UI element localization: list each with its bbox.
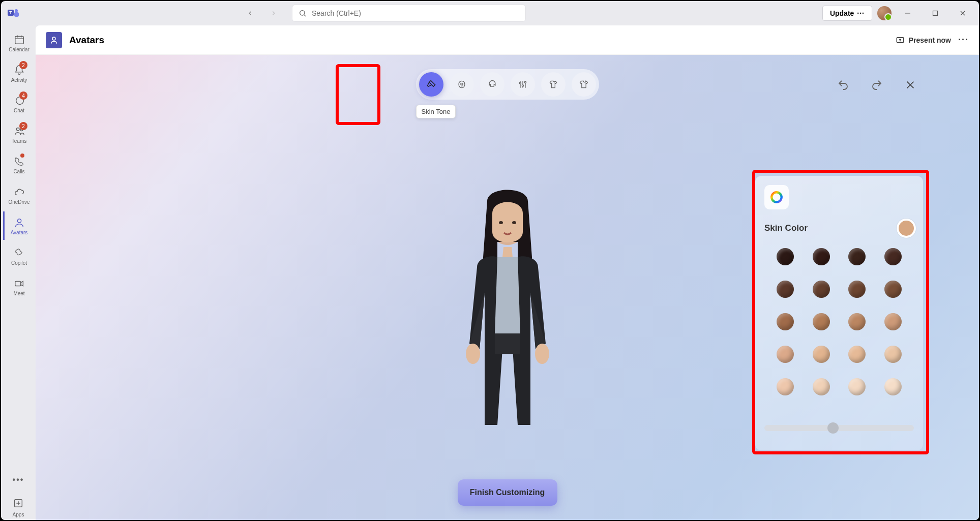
app-rail: Calendar 2 Activity 4 Chat 2 Teams Calls <box>1 25 36 520</box>
skin-color-panel: Skin Color <box>755 176 923 450</box>
skin-swatch[interactable] <box>813 281 830 298</box>
svg-point-21 <box>52 37 55 40</box>
skin-swatch[interactable] <box>848 281 866 298</box>
rail-apps[interactable]: Apps <box>3 495 34 520</box>
jacket-icon <box>548 79 558 89</box>
rail-meet[interactable]: Meet <box>3 272 34 301</box>
skin-swatch[interactable] <box>884 346 902 363</box>
window-minimize-button[interactable] <box>897 5 919 21</box>
redo-icon <box>871 79 883 91</box>
slider-thumb[interactable] <box>827 422 839 434</box>
skin-swatch[interactable] <box>777 281 794 298</box>
tshirt-icon <box>579 79 589 89</box>
skin-swatch[interactable] <box>884 248 902 265</box>
search-icon <box>299 9 307 17</box>
copilot-icon <box>13 247 25 259</box>
rail-label: Avatars <box>11 230 28 235</box>
video-icon <box>13 278 25 290</box>
chat-badge: 4 <box>19 91 27 100</box>
rail-label: Calendar <box>9 47 29 52</box>
svg-point-29 <box>519 82 521 84</box>
category-bar: Skin Tone <box>416 69 599 118</box>
search-input[interactable] <box>312 9 519 17</box>
apps-icon <box>13 498 24 511</box>
hair-icon <box>487 79 497 89</box>
window-close-button[interactable] <box>952 5 974 21</box>
skin-swatch[interactable] <box>813 346 830 363</box>
svg-rect-23 <box>459 81 465 87</box>
svg-point-30 <box>522 85 523 86</box>
svg-point-36 <box>512 221 516 224</box>
rail-more[interactable]: ••• <box>3 467 34 493</box>
main-area: Avatars Present now ··· <box>36 25 979 520</box>
custom-color-picker-button[interactable] <box>764 185 789 209</box>
share-screen-icon <box>896 36 905 45</box>
skin-swatch[interactable] <box>848 378 866 395</box>
present-now-button[interactable]: Present now <box>896 36 951 45</box>
skin-swatch[interactable] <box>813 248 830 265</box>
skin-swatch[interactable] <box>848 346 866 363</box>
window-maximize-button[interactable] <box>924 5 946 21</box>
rail-label: Activity <box>11 77 27 83</box>
skin-swatch[interactable] <box>848 313 866 330</box>
search-bar[interactable] <box>292 5 526 22</box>
rail-copilot[interactable]: Copilot <box>3 242 34 270</box>
skin-swatch[interactable] <box>813 378 830 395</box>
cloud-icon <box>13 186 25 198</box>
nav-forward-button[interactable] <box>266 6 281 20</box>
rail-avatars[interactable]: Avatars <box>3 211 34 240</box>
skin-swatch[interactable] <box>777 313 794 330</box>
brush-icon <box>426 79 436 89</box>
skin-swatch[interactable] <box>848 248 866 265</box>
rail-label: Chat <box>14 108 24 113</box>
selected-skin-swatch <box>899 221 914 236</box>
category-hair[interactable] <box>480 72 504 97</box>
nav-back-button[interactable] <box>243 6 257 20</box>
category-wardrobe[interactable] <box>572 72 596 97</box>
update-button[interactable]: Update ··· <box>822 6 872 21</box>
sliders-icon <box>518 79 528 89</box>
close-icon <box>905 79 916 90</box>
close-editor-button[interactable] <box>903 77 918 93</box>
skin-swatch[interactable] <box>777 248 794 265</box>
page-more-button[interactable]: ··· <box>958 35 969 45</box>
svg-point-24 <box>460 83 461 84</box>
skin-swatch[interactable] <box>884 281 902 298</box>
rail-teams[interactable]: 2 Teams <box>3 120 34 148</box>
color-wheel-icon <box>770 191 783 204</box>
undo-button[interactable] <box>836 77 851 93</box>
rail-calls[interactable]: Calls <box>3 150 34 179</box>
category-outfit[interactable] <box>541 72 566 97</box>
svg-rect-39 <box>495 333 520 354</box>
avatar-canvas: Skin Tone <box>36 55 979 520</box>
svg-rect-10 <box>15 36 23 44</box>
skin-swatch[interactable] <box>884 313 902 330</box>
teams-badge: 2 <box>19 122 27 130</box>
category-body[interactable] <box>511 72 535 97</box>
category-skin-tone[interactable] <box>419 72 443 97</box>
skin-swatch[interactable] <box>813 313 830 330</box>
rail-calendar[interactable]: Calendar <box>3 28 34 57</box>
rail-onedrive[interactable]: OneDrive <box>3 181 34 209</box>
page-header: Avatars Present now ··· <box>36 25 979 55</box>
rail-label: Apps <box>13 512 24 517</box>
skin-swatch[interactable] <box>884 378 902 395</box>
profile-avatar[interactable] <box>877 6 892 20</box>
svg-text:T: T <box>9 10 12 15</box>
rail-label: Calls <box>13 169 24 174</box>
editor-top-actions <box>836 77 918 93</box>
category-tooltip: Skin Tone <box>416 105 456 118</box>
svg-rect-7 <box>933 11 938 16</box>
rail-chat[interactable]: 4 Chat <box>3 89 34 118</box>
rail-activity[interactable]: 2 Activity <box>3 59 34 87</box>
svg-rect-17 <box>15 281 20 286</box>
finish-customizing-button[interactable]: Finish Customizing <box>458 479 557 506</box>
finish-label: Finish Customizing <box>470 488 545 497</box>
rail-label: Copilot <box>11 260 27 266</box>
category-face[interactable] <box>450 72 474 97</box>
highlight-box-category <box>336 64 380 125</box>
skin-swatch[interactable] <box>777 346 794 363</box>
skin-tone-slider[interactable] <box>764 423 914 433</box>
skin-swatch[interactable] <box>777 378 794 395</box>
redo-button[interactable] <box>869 77 884 93</box>
